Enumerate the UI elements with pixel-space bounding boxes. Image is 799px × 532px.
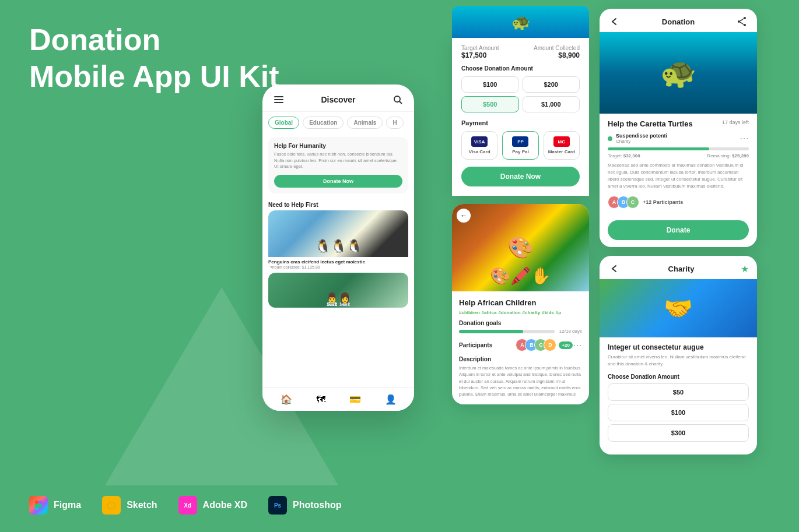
payment-label: Payment (461, 119, 580, 126)
svg-rect-1 (274, 99, 283, 100)
charity-amount-100[interactable]: $100 (608, 404, 749, 421)
progress-fill (459, 330, 523, 333)
org-type: Charity (616, 139, 667, 144)
org-row: Suspendisse potenti Charity ⋯ (608, 133, 749, 144)
svg-rect-0 (274, 96, 283, 97)
svg-marker-10 (107, 502, 115, 509)
target-row: Target: $32,300 Remaining: $25,289 (608, 153, 749, 158)
ps-icon: Ps (268, 496, 287, 515)
progress-section: Target: $32,300 Remaining: $25,289 (608, 147, 749, 158)
sketch-icon (102, 496, 121, 515)
back-btn[interactable]: ← (457, 209, 471, 223)
figma-label: Figma (54, 500, 81, 510)
amount-100[interactable]: $100 (461, 76, 519, 93)
donate-now-btn[interactable]: Donate Now (461, 167, 580, 186)
svg-rect-7 (35, 504, 38, 508)
nav-home[interactable]: 🏠 (281, 394, 292, 405)
star-icon[interactable]: ★ (741, 263, 749, 274)
more-options[interactable]: ⋯ (573, 340, 582, 351)
tag-p: #p (556, 310, 561, 315)
african-title: Help African Children (459, 298, 582, 307)
org-more[interactable]: ⋯ (740, 133, 749, 144)
tag-animals[interactable]: Animals (347, 117, 383, 129)
discover-title: Discover (321, 95, 355, 104)
amount-200[interactable]: $200 (523, 76, 580, 93)
tool-sketch: Sketch (102, 496, 157, 515)
tag-education[interactable]: Education (303, 117, 344, 129)
sketch-label: Sketch (127, 500, 157, 510)
people-image: 👨‍⚕️👩‍⚕️ (268, 273, 408, 308)
tag-global[interactable]: Global (268, 117, 299, 129)
need-help-title: Need to Help First (262, 197, 414, 210)
charity-desc: Curabitur sit amet viverra leo. Nullam v… (608, 354, 749, 368)
amount-1000[interactable]: $1,000 (523, 96, 580, 112)
donation-progress-bar (608, 147, 749, 150)
back-icon[interactable] (608, 15, 622, 29)
payment-methods: VISA Visa Card PP Pay Pal MC Master Card (461, 131, 580, 160)
progress-row: 12/18 days (459, 329, 582, 334)
paypal-icon: PP (512, 136, 528, 147)
feature-card: Help For Humanity Fusce odio felis, vari… (268, 137, 408, 193)
svg-point-12 (744, 17, 746, 19)
desc-label: Description (459, 356, 582, 362)
charity-amount-300[interactable]: $300 (608, 424, 749, 442)
menu-icon[interactable] (272, 93, 286, 107)
org-details: Suspendisse potenti Charity (616, 133, 667, 144)
african-content: Help African Children #children #africa … (452, 291, 589, 404)
nav-map[interactable]: 🗺 (316, 394, 325, 405)
svg-rect-2 (274, 102, 283, 103)
nav-profile[interactable]: 👤 (385, 394, 397, 405)
avatars-group: A B C D +20 ⋯ (516, 339, 582, 351)
collected-value: $8,900 (534, 51, 580, 59)
turtle-image (600, 32, 757, 114)
days-left: 17 days left (722, 119, 749, 125)
participants-card-row: A B C +12 Participants (608, 196, 749, 209)
tag-kids: #kids (542, 310, 553, 315)
choose-label: Choose Donation Amount (461, 65, 580, 72)
visa-method[interactable]: VISA Visa Card (461, 131, 497, 160)
search-icon[interactable] (391, 93, 405, 107)
tag-children: #children (459, 310, 480, 315)
target-label: Target: $32,300 (608, 153, 640, 158)
xd-icon: Xd (178, 496, 197, 515)
donation-nav-title: Donation (662, 17, 695, 26)
phone-mockup-1: Discover Global Education Animals H Help… (262, 84, 414, 411)
share-icon[interactable] (735, 15, 749, 29)
target-col: Target Amount $17,500 (461, 45, 499, 59)
svg-line-15 (740, 19, 744, 21)
participants-row: Participants A B C D +20 ⋯ (459, 339, 582, 351)
tool-xd: Xd Adobe XD (178, 496, 247, 515)
card-desc: Maecenas sed ante commodo ar maximus don… (608, 162, 749, 190)
charity-back-icon[interactable] (608, 262, 622, 276)
feature-title: Help For Humanity (274, 143, 402, 149)
tag-donation: #donation (498, 310, 520, 315)
nav-payment[interactable]: 💳 (349, 394, 361, 405)
visa-label: Visa Card (469, 149, 490, 154)
amount-grid: $100 $200 $500 $1,000 (461, 76, 580, 112)
amount-500[interactable]: $500 (461, 96, 519, 112)
charity-content: Integer ut consectetur augue Curabitur s… (600, 337, 757, 448)
xd-label: Adobe XD (203, 500, 247, 510)
donate-btn-1[interactable]: Donate Now (274, 175, 402, 188)
svg-point-3 (394, 96, 400, 102)
charity-header: Charity ★ (600, 256, 757, 279)
avatars-row: A B C D (516, 339, 556, 351)
turtle-title: Help the Caretta Turtles (608, 119, 693, 128)
target-label: Target Amount (461, 45, 499, 51)
master-method[interactable]: MC Master Card (544, 131, 580, 160)
svg-point-14 (738, 20, 740, 23)
tags-row: Global Education Animals H (262, 112, 414, 133)
tag-h[interactable]: H (386, 117, 403, 129)
master-icon: MC (553, 136, 570, 147)
amount-row: Target Amount $17,500 Amount Collected $… (461, 45, 580, 59)
phone-header: Discover (262, 84, 414, 112)
charity-amount-50[interactable]: $50 (608, 383, 749, 401)
card-title-row: Help the Caretta Turtles 17 days left (608, 119, 749, 128)
ps-label: Photoshop (293, 500, 342, 510)
paypal-method[interactable]: PP Pay Pal (502, 131, 538, 160)
african-card: ← 🎨 Help African Children #children #afr… (452, 204, 589, 404)
donate-full-btn[interactable]: Donate (608, 220, 749, 240)
tool-ps: Ps Photoshop (268, 496, 342, 515)
collected-label: Amount Collected (534, 45, 580, 51)
org-info: Suspendisse potenti Charity (608, 133, 667, 144)
